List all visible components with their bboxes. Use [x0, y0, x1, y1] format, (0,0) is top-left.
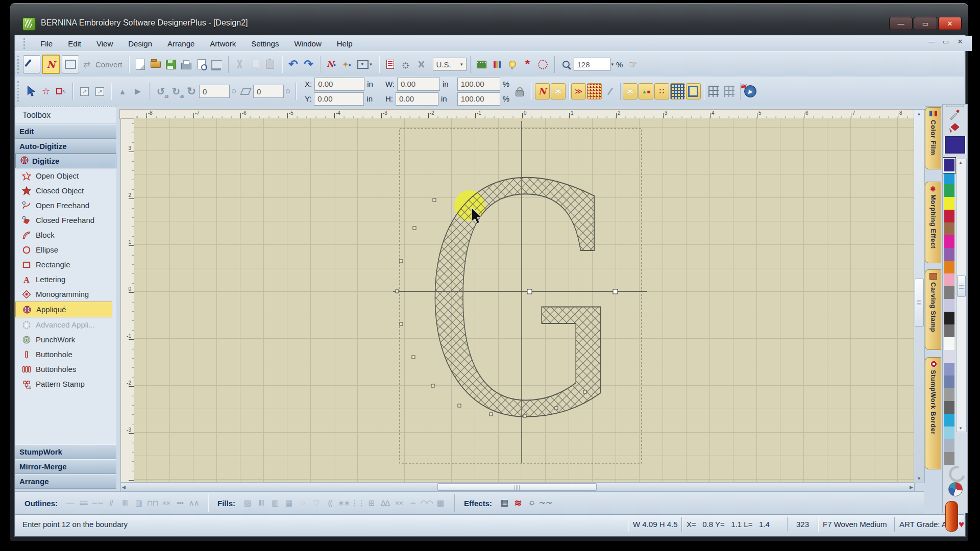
toolbox-item-buttonhole[interactable]: Buttonhole	[15, 347, 116, 362]
toolbox-item-monogramming[interactable]: Monogramming	[15, 287, 116, 302]
menu-item-window[interactable]: Window	[294, 39, 321, 48]
scroll-left-icon[interactable]: ◀	[122, 485, 126, 490]
height-input[interactable]: 0.00	[396, 92, 438, 106]
textured-edge-effect-button[interactable]: N	[535, 83, 550, 99]
thread-colors-button[interactable]	[489, 57, 505, 72]
horizontal-scrollbar[interactable]: ◀ ▶	[120, 482, 915, 492]
dot-fill-icon[interactable]: ⋮⋮	[351, 498, 364, 508]
palette-color-17[interactable]	[944, 363, 954, 376]
proportional-lock-button[interactable]	[512, 84, 527, 99]
minimize-button[interactable]: —	[889, 17, 913, 30]
palette-color-15[interactable]	[944, 337, 954, 350]
palette-color-12[interactable]	[944, 299, 954, 312]
selection-handle[interactable]	[527, 289, 532, 294]
star-fill-effect-button[interactable]: ∗	[551, 83, 566, 99]
scale-both-button[interactable]: ↗	[92, 84, 107, 99]
contour-icon[interactable]: ((	[323, 498, 337, 508]
boundary-node[interactable]	[413, 227, 416, 230]
close-button[interactable]: ✕	[938, 17, 962, 30]
double-lines-icon[interactable]: ≡≡	[77, 498, 90, 508]
vertical-scrollbar[interactable]: ▲ ▼	[914, 109, 925, 483]
refresh-ring-icon[interactable]	[946, 463, 968, 485]
undo-button[interactable]: ↶	[286, 57, 301, 72]
dashes-icon[interactable]: ––	[63, 498, 77, 508]
print-preview-button[interactable]	[194, 57, 209, 72]
gear-icon[interactable]: ☼	[525, 497, 538, 509]
cut-button[interactable]	[232, 57, 248, 72]
diagonal-hatch-icon[interactable]: //	[104, 498, 118, 508]
wave-fill-icon[interactable]: ∼	[406, 498, 420, 508]
heart-icon[interactable]: ♥	[959, 519, 964, 530]
wave-hatch-icon[interactable]: ∼∼	[90, 498, 104, 508]
boundary-node[interactable]	[400, 260, 403, 263]
suggestions-button[interactable]	[505, 57, 520, 72]
cross-motifs-icon[interactable]: ××	[392, 498, 406, 508]
palette-color-8[interactable]	[944, 248, 954, 261]
boundary-node[interactable]	[412, 356, 415, 359]
ring-grid-effect-button[interactable]: ∷	[654, 83, 669, 99]
toolbox-item-closed-object[interactable]: Closed Object	[15, 183, 116, 198]
boundary-node[interactable]	[433, 198, 436, 202]
reshape-object-button[interactable]: ☆	[38, 84, 54, 99]
boundary-node[interactable]	[523, 414, 526, 417]
palette-color-2[interactable]	[944, 171, 954, 185]
dock-tab-morphing-effect[interactable]: ✱Morphing Effect	[925, 182, 941, 263]
insert-artwork-button[interactable]: ✦▸	[339, 57, 355, 72]
palette-color-9[interactable]	[944, 261, 954, 274]
color-wheel-icon[interactable]	[948, 482, 963, 496]
satin-box-icon[interactable]: ▥	[132, 498, 145, 508]
show-rulers-button[interactable]	[722, 83, 737, 99]
toolbox-item-block[interactable]: Block	[15, 228, 116, 242]
wave-effect-button[interactable]: ≫	[571, 83, 586, 99]
multiview-button[interactable]	[62, 55, 79, 73]
toolbox-item-open-object[interactable]: Open Object	[15, 168, 116, 183]
palette-color-7[interactable]	[944, 235, 954, 248]
show-grid-button[interactable]	[706, 83, 721, 99]
design-canvas[interactable]: G	[134, 118, 914, 482]
palette-color-4[interactable]	[944, 197, 954, 210]
applique-fill-button[interactable]	[587, 83, 602, 99]
palette-scrollbar[interactable]: ▲ ▼	[956, 159, 967, 432]
toolbox-item-lettering[interactable]: ALettering	[15, 272, 116, 287]
boundary-node[interactable]	[458, 404, 461, 407]
palette-color-23[interactable]	[944, 439, 954, 453]
scale-width-button[interactable]: ↗	[77, 84, 92, 99]
toolbox-section-edit[interactable]: Edit	[15, 124, 116, 139]
grid-fill-icon[interactable]: ⊞	[364, 498, 378, 508]
rotate-angle-input[interactable]: 0	[199, 85, 230, 98]
measurement-unit-select[interactable]: U.S.▾	[433, 58, 467, 71]
texture-grid-icon[interactable]: ▦	[497, 497, 511, 509]
x-position-input[interactable]: 0.00	[314, 78, 364, 91]
dock-tab-color-film[interactable]: Color Film	[925, 107, 941, 169]
mirror-horizontal-button[interactable]: ▶	[130, 84, 145, 99]
pattern-fill-icon[interactable]: ▩	[433, 498, 447, 508]
mdi-minimize-icon[interactable]: —	[927, 38, 936, 45]
toolbox-section-stumpwork[interactable]: StumpWork	[15, 444, 116, 459]
print-button[interactable]	[179, 57, 194, 72]
palette-color-24[interactable]	[944, 452, 954, 465]
toolbox-item-rectangle[interactable]: Rectangle	[15, 257, 116, 272]
convert-button[interactable]: Convert	[95, 60, 122, 69]
menu-item-file[interactable]: File	[40, 39, 53, 48]
palette-color-11[interactable]	[944, 286, 954, 299]
toolbox-item-applique[interactable]: Appliqué	[15, 302, 112, 317]
palette-color-5[interactable]	[944, 210, 954, 223]
skew-angle-input[interactable]: 0	[253, 85, 284, 98]
toolbox-section-mirror-merge[interactable]: Mirror-Merge	[15, 459, 116, 474]
menu-item-settings[interactable]: Settings	[251, 39, 279, 48]
embroidery-canvas-button[interactable]: N	[42, 55, 60, 74]
bridge-icon[interactable]: ⊓⊓	[145, 498, 159, 508]
triangle-motifs-icon[interactable]: ∆∆	[378, 498, 392, 508]
select-tool-button[interactable]	[23, 84, 38, 99]
palette-color-14[interactable]	[944, 324, 954, 338]
toolbox-item-advanced-applique[interactable]: Advanced Appli...	[15, 317, 116, 332]
morphing-button[interactable]: *	[520, 57, 535, 72]
boundary-node[interactable]	[396, 290, 399, 293]
color-film-button[interactable]	[474, 57, 489, 72]
thread-spool-icon[interactable]	[945, 501, 958, 532]
letter-g-applique-object[interactable]: G	[421, 119, 620, 482]
insert-embroidery-button[interactable]: N▸	[324, 57, 339, 72]
palette-color-16[interactable]	[944, 350, 954, 363]
fill-wand-button[interactable]	[603, 84, 618, 99]
palette-color-13[interactable]	[944, 312, 954, 325]
